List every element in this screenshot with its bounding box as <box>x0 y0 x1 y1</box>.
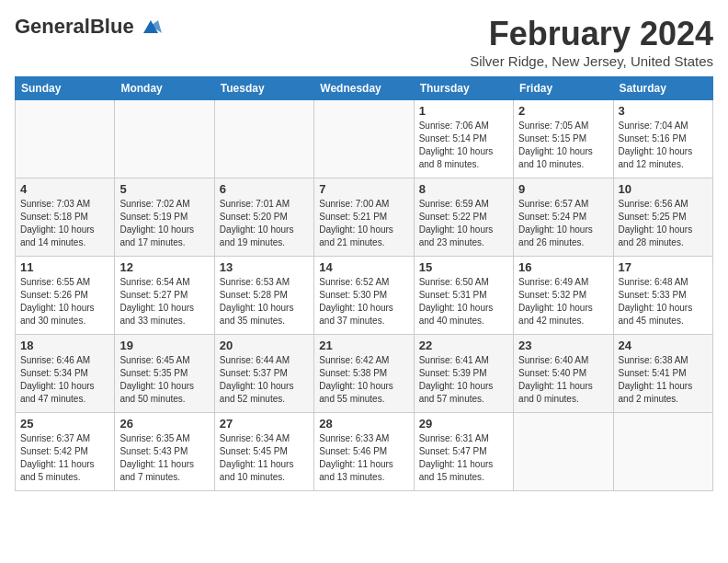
calendar-cell <box>214 100 313 178</box>
calendar-cell: 1Sunrise: 7:06 AM Sunset: 5:14 PM Daylig… <box>414 100 513 178</box>
calendar-cell: 4Sunrise: 7:03 AM Sunset: 5:18 PM Daylig… <box>16 178 115 257</box>
calendar-cell: 12Sunrise: 6:54 AM Sunset: 5:27 PM Dayli… <box>115 257 214 335</box>
calendar-cell: 22Sunrise: 6:41 AM Sunset: 5:39 PM Dayli… <box>414 335 513 413</box>
day-number: 23 <box>518 339 608 352</box>
calendar-cell: 24Sunrise: 6:38 AM Sunset: 5:41 PM Dayli… <box>613 335 712 413</box>
day-info: Sunrise: 6:50 AM Sunset: 5:31 PM Dayligh… <box>419 276 508 327</box>
weekday-header-row: SundayMondayTuesdayWednesdayThursdayFrid… <box>16 77 713 100</box>
calendar-cell: 26Sunrise: 6:35 AM Sunset: 5:43 PM Dayli… <box>115 413 214 491</box>
calendar-cell: 25Sunrise: 6:37 AM Sunset: 5:42 PM Dayli… <box>16 413 115 491</box>
weekday-header-sunday: Sunday <box>16 77 115 100</box>
day-info: Sunrise: 7:01 AM Sunset: 5:20 PM Dayligh… <box>220 198 309 249</box>
calendar-cell: 8Sunrise: 6:59 AM Sunset: 5:22 PM Daylig… <box>414 178 513 257</box>
day-info: Sunrise: 6:57 AM Sunset: 5:24 PM Dayligh… <box>518 198 608 249</box>
day-number: 10 <box>619 182 708 196</box>
calendar-cell <box>613 413 712 491</box>
weekday-header-wednesday: Wednesday <box>314 77 414 100</box>
day-number: 15 <box>419 260 508 274</box>
day-info: Sunrise: 6:37 AM Sunset: 5:42 PM Dayligh… <box>20 432 109 484</box>
day-info: Sunrise: 6:49 AM Sunset: 5:32 PM Dayligh… <box>518 276 608 327</box>
day-info: Sunrise: 7:00 AM Sunset: 5:21 PM Dayligh… <box>319 198 408 249</box>
calendar-cell: 5Sunrise: 7:02 AM Sunset: 5:19 PM Daylig… <box>115 178 214 257</box>
day-info: Sunrise: 6:38 AM Sunset: 5:41 PM Dayligh… <box>619 354 708 406</box>
day-number: 2 <box>518 104 608 118</box>
day-info: Sunrise: 6:35 AM Sunset: 5:43 PM Dayligh… <box>119 432 209 484</box>
month-title: February 2024 <box>470 15 713 53</box>
day-number: 7 <box>319 182 408 196</box>
day-number: 12 <box>119 260 209 274</box>
day-info: Sunrise: 6:34 AM Sunset: 5:45 PM Dayligh… <box>220 432 309 484</box>
weekday-header-thursday: Thursday <box>414 77 513 100</box>
logo: GeneralBlue <box>15 15 164 39</box>
logo-text: GeneralBlue <box>15 15 134 39</box>
calendar-cell: 13Sunrise: 6:53 AM Sunset: 5:28 PM Dayli… <box>214 257 313 335</box>
title-block: February 2024 Silver Ridge, New Jersey, … <box>470 15 713 69</box>
day-info: Sunrise: 7:02 AM Sunset: 5:19 PM Dayligh… <box>119 198 209 249</box>
calendar-cell: 29Sunrise: 6:31 AM Sunset: 5:47 PM Dayli… <box>414 413 513 491</box>
day-info: Sunrise: 6:46 AM Sunset: 5:34 PM Dayligh… <box>20 354 109 406</box>
day-info: Sunrise: 6:56 AM Sunset: 5:25 PM Dayligh… <box>619 198 708 249</box>
calendar-cell: 17Sunrise: 6:48 AM Sunset: 5:33 PM Dayli… <box>613 257 712 335</box>
day-number: 14 <box>319 260 408 274</box>
day-number: 29 <box>419 417 508 431</box>
calendar-cell <box>514 413 613 491</box>
calendar-cell: 19Sunrise: 6:45 AM Sunset: 5:35 PM Dayli… <box>115 335 214 413</box>
calendar-cell: 28Sunrise: 6:33 AM Sunset: 5:46 PM Dayli… <box>314 413 414 491</box>
calendar-cell: 16Sunrise: 6:49 AM Sunset: 5:32 PM Dayli… <box>514 257 613 335</box>
day-number: 8 <box>419 182 508 196</box>
day-number: 1 <box>419 104 508 118</box>
calendar-cell: 6Sunrise: 7:01 AM Sunset: 5:20 PM Daylig… <box>214 178 313 257</box>
day-number: 17 <box>619 260 708 274</box>
day-info: Sunrise: 6:55 AM Sunset: 5:26 PM Dayligh… <box>20 276 109 327</box>
week-row-5: 25Sunrise: 6:37 AM Sunset: 5:42 PM Dayli… <box>16 413 713 491</box>
calendar-cell: 23Sunrise: 6:40 AM Sunset: 5:40 PM Dayli… <box>514 335 613 413</box>
day-number: 28 <box>319 417 408 431</box>
calendar-cell: 20Sunrise: 6:44 AM Sunset: 5:37 PM Dayli… <box>214 335 313 413</box>
day-number: 27 <box>220 417 309 431</box>
day-info: Sunrise: 6:44 AM Sunset: 5:37 PM Dayligh… <box>220 354 309 406</box>
calendar-cell <box>16 100 115 178</box>
weekday-header-friday: Friday <box>514 77 613 100</box>
calendar-cell: 7Sunrise: 7:00 AM Sunset: 5:21 PM Daylig… <box>314 178 414 257</box>
day-info: Sunrise: 6:33 AM Sunset: 5:46 PM Dayligh… <box>319 432 408 484</box>
day-info: Sunrise: 6:48 AM Sunset: 5:33 PM Dayligh… <box>619 276 708 327</box>
day-number: 6 <box>220 182 309 196</box>
day-info: Sunrise: 6:53 AM Sunset: 5:28 PM Dayligh… <box>220 276 309 327</box>
day-number: 3 <box>619 104 708 118</box>
day-number: 21 <box>319 339 408 352</box>
day-number: 9 <box>518 182 608 196</box>
weekday-header-saturday: Saturday <box>613 77 712 100</box>
day-info: Sunrise: 7:06 AM Sunset: 5:14 PM Dayligh… <box>419 120 508 171</box>
day-info: Sunrise: 6:59 AM Sunset: 5:22 PM Dayligh… <box>419 198 508 249</box>
day-info: Sunrise: 6:41 AM Sunset: 5:39 PM Dayligh… <box>419 354 508 406</box>
day-number: 16 <box>518 260 608 274</box>
day-number: 4 <box>20 182 109 196</box>
day-info: Sunrise: 6:54 AM Sunset: 5:27 PM Dayligh… <box>119 276 209 327</box>
week-row-1: 1Sunrise: 7:06 AM Sunset: 5:14 PM Daylig… <box>16 100 713 178</box>
calendar-cell: 14Sunrise: 6:52 AM Sunset: 5:30 PM Dayli… <box>314 257 414 335</box>
day-number: 25 <box>20 417 109 431</box>
day-number: 22 <box>419 339 508 352</box>
week-row-4: 18Sunrise: 6:46 AM Sunset: 5:34 PM Dayli… <box>16 335 713 413</box>
day-info: Sunrise: 6:40 AM Sunset: 5:40 PM Dayligh… <box>518 354 608 406</box>
day-number: 24 <box>619 339 708 352</box>
calendar-cell: 2Sunrise: 7:05 AM Sunset: 5:15 PM Daylig… <box>514 100 613 178</box>
day-number: 18 <box>20 339 109 352</box>
day-number: 26 <box>119 417 209 431</box>
weekday-header-tuesday: Tuesday <box>214 77 313 100</box>
day-number: 13 <box>220 260 309 274</box>
calendar-cell <box>314 100 414 178</box>
calendar-cell: 27Sunrise: 6:34 AM Sunset: 5:45 PM Dayli… <box>214 413 313 491</box>
calendar-cell <box>115 100 214 178</box>
day-info: Sunrise: 6:31 AM Sunset: 5:47 PM Dayligh… <box>419 432 508 484</box>
calendar-cell: 21Sunrise: 6:42 AM Sunset: 5:38 PM Dayli… <box>314 335 414 413</box>
week-row-2: 4Sunrise: 7:03 AM Sunset: 5:18 PM Daylig… <box>16 178 713 257</box>
day-info: Sunrise: 7:03 AM Sunset: 5:18 PM Dayligh… <box>20 198 109 249</box>
week-row-3: 11Sunrise: 6:55 AM Sunset: 5:26 PM Dayli… <box>16 257 713 335</box>
day-info: Sunrise: 7:04 AM Sunset: 5:16 PM Dayligh… <box>619 120 708 171</box>
day-number: 20 <box>220 339 309 352</box>
day-info: Sunrise: 6:42 AM Sunset: 5:38 PM Dayligh… <box>319 354 408 406</box>
calendar-cell: 3Sunrise: 7:04 AM Sunset: 5:16 PM Daylig… <box>613 100 712 178</box>
page-header: GeneralBlue February 2024 Silver Ridge, … <box>15 15 713 69</box>
calendar-cell: 9Sunrise: 6:57 AM Sunset: 5:24 PM Daylig… <box>514 178 613 257</box>
